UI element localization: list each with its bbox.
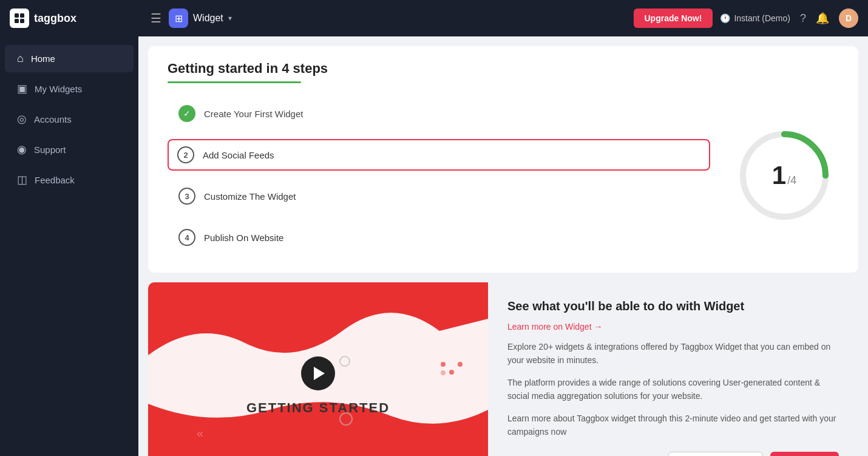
step-3-label: Customize The Widget — [204, 191, 296, 202]
sidebar-item-feedback[interactable]: ◫ Feedback — [5, 166, 134, 194]
video-title: GETTING STARTED — [246, 400, 390, 416]
logo-text: taggbox — [34, 12, 76, 25]
progress-text: 1 /4 — [772, 161, 796, 190]
sidebar-label-my-widgets: My Widgets — [35, 84, 82, 94]
sidebar-item-my-widgets[interactable]: ▣ My Widgets — [5, 75, 134, 103]
demo-indicator: 🕐 Instant (Demo) — [720, 13, 790, 23]
play-button[interactable] — [301, 356, 335, 390]
sidebar-label-feedback: Feedback — [35, 175, 75, 185]
getting-started-card: Getting started in 4 steps ✓ Create Your… — [148, 46, 858, 273]
main-content: Getting started in 4 steps ✓ Create Your… — [138, 36, 868, 456]
step-1-label: Create Your First Widget — [204, 109, 303, 119]
sidebar-item-accounts[interactable]: ◎ Accounts — [5, 105, 134, 133]
step-4[interactable]: 4 Publish On Website — [168, 222, 710, 253]
notifications-button[interactable]: 🔔 — [816, 12, 829, 25]
steps-list: ✓ Create Your First Widget 2 Add Social … — [168, 98, 710, 253]
step-1-done-icon: ✓ — [178, 105, 195, 122]
step-4-label: Publish On Website — [204, 233, 283, 243]
logo-icon — [10, 9, 29, 28]
video-thumbnail[interactable]: › « GETTING STARTED — [148, 282, 488, 456]
product-label: Widget — [193, 13, 223, 24]
info-desc-1: Explore 20+ widgets & integrations offer… — [507, 340, 839, 367]
topbar: taggbox ☰ ⊞ Widget ▾ Upgrade Now! 🕐 Inst… — [0, 0, 868, 36]
sidebar: ⌂ Home ▣ My Widgets ◎ Accounts ◉ Support… — [0, 36, 138, 456]
info-title: See what you'll be able to do with Widge… — [507, 299, 839, 313]
product-icon: ⊞ — [169, 9, 188, 28]
svg-point-8 — [449, 370, 454, 375]
clock-icon: 🕐 — [720, 13, 730, 23]
sidebar-label-home: Home — [31, 53, 55, 64]
topbar-right: 🕐 Instant (Demo) ? 🔔 D — [720, 9, 858, 28]
progress-circle: 1 /4 — [730, 121, 839, 230]
svg-rect-2 — [15, 19, 19, 23]
feedback-icon: ◫ — [17, 173, 27, 186]
steps-progress-container: ✓ Create Your First Widget 2 Add Social … — [168, 98, 839, 253]
step-1[interactable]: ✓ Create Your First Widget — [168, 98, 710, 129]
svg-rect-3 — [20, 19, 24, 23]
step-2[interactable]: 2 Add Social Feeds — [168, 139, 710, 171]
svg-point-9 — [458, 362, 463, 367]
svg-rect-0 — [15, 13, 19, 18]
sidebar-label-accounts: Accounts — [34, 114, 72, 124]
menu-icon[interactable]: ☰ — [151, 11, 161, 26]
svg-text:«: « — [197, 426, 203, 440]
support-icon: ◉ — [17, 143, 27, 156]
upgrade-button[interactable]: Upgrade Now! — [634, 9, 713, 28]
step-4-number: 4 — [178, 229, 195, 246]
progress-current: 1 — [772, 161, 786, 190]
page-title: Getting started in 4 steps — [168, 61, 839, 77]
home-icon: ⌂ — [17, 52, 24, 65]
product-selector[interactable]: ⊞ Widget ▾ — [169, 9, 232, 28]
title-underline — [168, 81, 301, 83]
logo: taggbox — [10, 9, 143, 28]
start-now-button[interactable]: Start Now — [770, 452, 839, 456]
sidebar-item-home[interactable]: ⌂ Home — [5, 45, 134, 72]
avatar[interactable]: D — [839, 9, 858, 28]
demo-label: Instant (Demo) — [734, 13, 790, 23]
layout: ⌂ Home ▣ My Widgets ◎ Accounts ◉ Support… — [0, 36, 868, 456]
info-panel: See what you'll be able to do with Widge… — [488, 282, 858, 456]
svg-point-7 — [441, 362, 446, 367]
step-2-label: Add Social Feeds — [203, 150, 274, 160]
info-actions: See Demo Widget Start Now — [507, 452, 839, 456]
sidebar-label-support: Support — [34, 145, 66, 155]
step-3[interactable]: 3 Customize The Widget — [168, 180, 710, 212]
info-desc-3: Learn more about Taggbox widget through … — [507, 412, 839, 439]
progress-total: /4 — [787, 174, 796, 187]
info-desc-2: The platform provides a wide range of so… — [507, 376, 839, 403]
svg-rect-1 — [20, 13, 24, 18]
help-button[interactable]: ? — [800, 12, 806, 25]
product-arrow-icon: ▾ — [228, 14, 232, 22]
bottom-section: › « GETTING STARTED See what you'll be a… — [148, 282, 858, 456]
learn-more-link[interactable]: Learn more on Widget → — [507, 322, 839, 332]
sidebar-item-support[interactable]: ◉ Support — [5, 135, 134, 163]
svg-point-10 — [441, 370, 446, 375]
accounts-icon: ◎ — [17, 112, 27, 126]
step-3-number: 3 — [178, 188, 195, 205]
step-2-number: 2 — [177, 146, 194, 163]
see-demo-button[interactable]: See Demo Widget — [668, 452, 763, 456]
widgets-icon: ▣ — [17, 82, 27, 95]
